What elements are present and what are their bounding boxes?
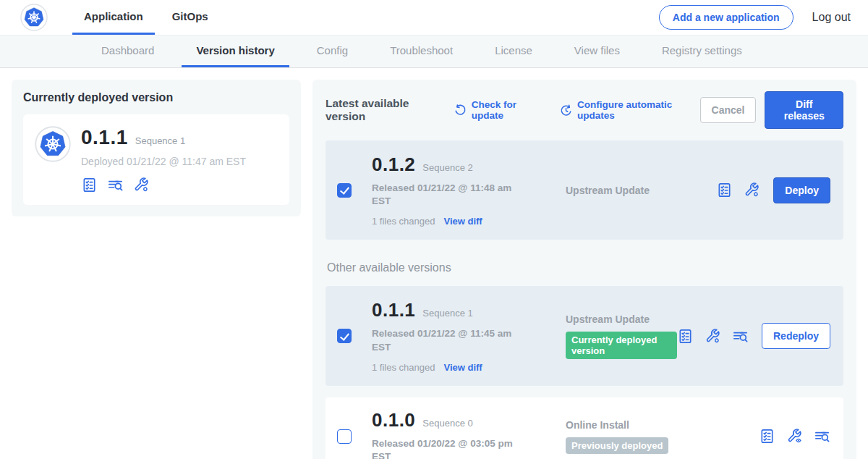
version-source-label: Online Install	[566, 419, 759, 431]
preflight-checks-icon[interactable]	[81, 177, 98, 193]
other-available-versions-title: Other available versions	[327, 261, 843, 274]
refresh-icon	[454, 104, 467, 117]
check-for-update-label: Check for update	[472, 99, 543, 121]
previously-deployed-badge: Previously deployed	[566, 437, 668, 454]
view-config-icon[interactable]	[786, 428, 803, 445]
files-changed-label: 1 files changed	[372, 362, 435, 373]
deploy-logs-icon[interactable]	[107, 177, 124, 193]
configure-automatic-updates-label: Configure automatic updates	[577, 99, 700, 121]
cancel-button[interactable]: Cancel	[700, 97, 757, 123]
version-row-0-1-0: 0.1.0 Sequence 0 Released 01/20/22 @ 03:…	[326, 397, 843, 459]
version-source-label: Upstream Update	[566, 185, 716, 196]
view-diff-link[interactable]: View diff	[443, 216, 482, 227]
diff-releases-button[interactable]: Diff releases	[765, 91, 843, 129]
tab-troubleshoot[interactable]: Troubleshoot	[375, 35, 467, 67]
tab-view-files[interactable]: View files	[560, 35, 634, 67]
version-source-label: Upstream Update	[566, 313, 677, 325]
config-icon[interactable]	[744, 182, 760, 198]
app-sub-nav: Dashboard Version history Config Trouble…	[0, 35, 868, 68]
version-row-0-1-2: 0.1.2 Sequence 2 Released 01/21/22 @ 11:…	[326, 140, 843, 240]
preflight-checks-icon[interactable]	[716, 182, 733, 198]
version-number: 0.1.2	[372, 153, 415, 176]
released-timestamp: Released 01/20/22 @ 03:05 pm EST	[372, 437, 513, 459]
version-checkbox[interactable]	[337, 183, 352, 198]
tab-dashboard[interactable]: Dashboard	[87, 35, 169, 67]
released-timestamp: Released 01/21/22 @ 11:45 am EST	[372, 327, 513, 353]
tab-registry-settings[interactable]: Registry settings	[647, 35, 757, 67]
currently-deployed-badge: Currently deployed version	[566, 332, 677, 359]
deployed-timestamp: Deployed 01/21/22 @ 11:47 am EST	[81, 156, 246, 167]
top-nav: Application GitOps Add a new application…	[0, 0, 868, 35]
deployed-version-number: 0.1.1	[81, 126, 128, 149]
tab-config[interactable]: Config	[302, 35, 362, 67]
deploy-logs-icon[interactable]	[814, 428, 830, 445]
kubernetes-logo	[20, 0, 48, 35]
tab-version-history[interactable]: Version history	[182, 35, 289, 67]
check-for-update-link[interactable]: Check for update	[454, 99, 543, 121]
version-number: 0.1.1	[372, 299, 415, 321]
preflight-checks-icon[interactable]	[677, 328, 694, 345]
top-tabs: Application GitOps	[72, 0, 220, 35]
latest-available-title: Latest available version	[326, 97, 442, 123]
deployed-sequence-label: Sequence 1	[135, 135, 185, 146]
tab-application[interactable]: Application	[72, 0, 155, 35]
config-icon[interactable]	[705, 328, 721, 345]
config-icon[interactable]	[133, 177, 150, 193]
app-logo	[35, 126, 71, 193]
tab-gitops[interactable]: GitOps	[161, 0, 220, 35]
files-changed-label: 1 files changed	[372, 216, 435, 227]
available-versions-panel: Latest available version Check for updat…	[312, 80, 856, 459]
configure-automatic-updates-link[interactable]: Configure automatic updates	[559, 99, 700, 121]
redeploy-button[interactable]: Redeploy	[762, 323, 830, 349]
sequence-label: Sequence 1	[422, 308, 472, 319]
currently-deployed-title: Currently deployed version	[23, 91, 289, 104]
deploy-button[interactable]: Deploy	[773, 177, 830, 203]
currently-deployed-card: Currently deployed version 0.1.1 Sequenc…	[12, 80, 301, 216]
version-checkbox[interactable]	[337, 429, 352, 444]
released-timestamp: Released 01/21/22 @ 11:48 am EST	[372, 182, 513, 208]
deploy-logs-icon[interactable]	[732, 328, 749, 345]
add-new-application-button[interactable]: Add a new application	[659, 5, 793, 30]
logout-button[interactable]: Log out	[812, 11, 851, 24]
sequence-label: Sequence 0	[422, 418, 472, 429]
tab-license[interactable]: License	[480, 35, 547, 67]
version-number: 0.1.0	[372, 409, 415, 431]
auto-update-clock-icon	[559, 104, 573, 117]
view-diff-link[interactable]: View diff	[443, 362, 482, 373]
deployed-version-card: 0.1.1 Sequence 1 Deployed 01/21/22 @ 11:…	[23, 114, 289, 205]
main-content: Currently deployed version 0.1.1 Sequenc…	[0, 68, 868, 459]
version-row-0-1-1: 0.1.1 Sequence 1 Released 01/21/22 @ 11:…	[326, 286, 843, 385]
version-checkbox[interactable]	[337, 329, 352, 343]
sequence-label: Sequence 2	[422, 162, 472, 173]
preflight-checks-icon[interactable]	[759, 428, 775, 445]
